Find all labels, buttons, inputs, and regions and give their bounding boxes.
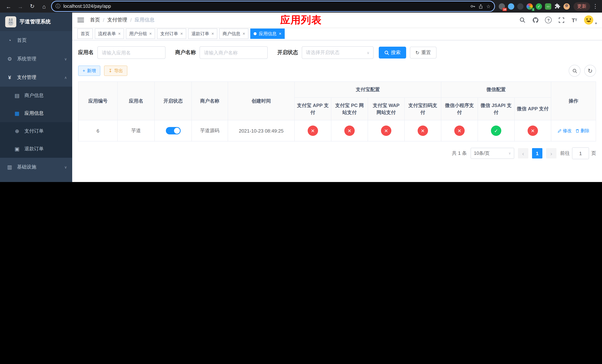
extension-chat-icon[interactable]: ▭	[545, 3, 551, 10]
col-created: 创建时间	[228, 82, 294, 120]
home-icon[interactable]: ⌂	[39, 1, 49, 11]
tab-close-icon[interactable]: ×	[243, 31, 245, 36]
tab-app-info[interactable]: 应用信息×	[250, 29, 285, 39]
tab-close-icon[interactable]: ×	[211, 31, 214, 36]
yen-icon: ¥	[7, 75, 13, 80]
tab-merchant-info[interactable]: 商户信息×	[219, 29, 248, 39]
merchant-name-input[interactable]	[200, 46, 268, 59]
merchant-name-label: 商户名称	[175, 49, 196, 56]
page-size-select[interactable]: 10条/页 ∨	[471, 148, 514, 159]
bookmark-star-icon[interactable]: ☆	[486, 3, 491, 9]
col-group-wechat: 微信配置	[441, 82, 551, 97]
sidebar-item-home[interactable]: ◔ 首页	[0, 31, 72, 50]
alipay-app-status-icon: ✕	[308, 126, 318, 136]
tab-process-form[interactable]: 流程表单×	[95, 29, 124, 39]
extension-color-icon[interactable]: 1	[527, 3, 533, 10]
help-icon[interactable]: ?	[545, 16, 552, 24]
font-size-icon[interactable]: TT	[571, 16, 578, 24]
url-bar[interactable]: ⓘ localhost:1024/pay/app ☆	[51, 1, 495, 12]
avatar-emoji-icon	[584, 15, 594, 25]
app-title: 芋道管理系统	[20, 19, 51, 25]
breadcrumb-home[interactable]: 首页	[90, 17, 100, 23]
export-button[interactable]: ↧ 导出	[104, 65, 127, 76]
tab-user-group[interactable]: 用户分组×	[126, 29, 155, 39]
next-page-button[interactable]: ›	[546, 148, 557, 159]
refresh-table-button[interactable]: ↻	[584, 65, 596, 77]
search-icon[interactable]	[519, 16, 526, 24]
tab-home[interactable]: 首页	[77, 29, 93, 39]
reload-icon[interactable]: ↻	[27, 1, 37, 11]
github-icon[interactable]	[532, 16, 539, 24]
extension-check-icon[interactable]: ✓	[536, 3, 542, 10]
credit-card-icon: ▤	[14, 93, 20, 98]
search-button[interactable]: 搜索	[379, 47, 406, 58]
chevron-down-icon: ∨	[367, 51, 369, 55]
tab-close-icon[interactable]: ×	[279, 31, 281, 36]
edit-link[interactable]: 修改	[558, 128, 572, 134]
forward-icon[interactable]: →	[16, 1, 25, 11]
back-icon[interactable]: ←	[4, 1, 13, 11]
tab-pay-order[interactable]: 支付订单×	[157, 29, 186, 39]
kebab-menu-icon[interactable]: ⋮	[592, 1, 598, 11]
payment-submenu: ▤ 商户信息 ▦ 应用信息 ⊕ 支付订单 ▣ 退款订单	[0, 87, 72, 158]
profile-avatar-icon[interactable]	[563, 3, 570, 10]
extensions-puzzle-icon[interactable]	[554, 3, 560, 10]
sidebar-item-merchant-info[interactable]: ▤ 商户信息	[0, 87, 72, 104]
sidebar: 芋道管理系统 ◔ 首页 ⚙ 系统管理 ∨ ¥ 支付管理 ∧ ▤ 商户信息	[0, 13, 72, 182]
app-name-input[interactable]	[97, 46, 165, 59]
user-avatar[interactable]: ▾	[584, 15, 597, 25]
col-app-name: 应用名	[118, 82, 155, 120]
sidebar-item-refund-order[interactable]: ▣ 退款订单	[0, 140, 72, 158]
sidebar-item-app-info[interactable]: ▦ 应用信息	[0, 104, 72, 122]
page-1-button[interactable]: 1	[532, 148, 542, 159]
sidebar-item-pay-order[interactable]: ⊕ 支付订单	[0, 122, 72, 140]
browser-chrome: ← → ↻ ⌂ ⓘ localhost:1024/pay/app ☆ 10 1	[0, 0, 602, 13]
share-icon[interactable]	[479, 4, 483, 9]
alipay-wap-status-icon: ✕	[381, 126, 391, 136]
col-wechat-jsapi: 微信 JSAPI 支付	[478, 97, 515, 120]
update-button[interactable]: 更新	[573, 2, 590, 11]
prev-page-button[interactable]: ‹	[518, 148, 528, 159]
toggle-search-button[interactable]	[569, 65, 580, 77]
password-key-icon[interactable]	[470, 4, 475, 9]
cell-merchant: 芋道源码	[192, 120, 228, 141]
enabled-toggle[interactable]	[166, 127, 181, 134]
breadcrumb-payment[interactable]: 支付管理	[107, 17, 127, 23]
reset-button[interactable]: ↻ 重置	[410, 47, 437, 58]
extension-grid-icon[interactable]: 10	[499, 3, 505, 10]
tab-refund-order[interactable]: 退款订单×	[188, 29, 217, 39]
goto-page-input[interactable]	[572, 147, 589, 159]
chevron-down-icon: ∨	[64, 57, 67, 61]
page-unit-label: 页	[591, 150, 596, 157]
sidebar-item-system[interactable]: ⚙ 系统管理 ∨	[0, 50, 72, 68]
sidebar-logo[interactable]: 芋道管理系统	[0, 13, 72, 31]
chevron-down-icon: ∨	[508, 151, 511, 155]
extension-dark-icon[interactable]	[517, 3, 524, 10]
add-button[interactable]: + 新增	[78, 65, 100, 76]
site-info-icon[interactable]: ⓘ	[55, 3, 60, 10]
total-count: 共 1 条	[452, 150, 467, 157]
col-merchant: 商户名称	[192, 82, 228, 120]
fullscreen-icon[interactable]	[558, 16, 565, 24]
sidebar-item-infra[interactable]: ▥ 基础设施 ∨	[0, 158, 72, 176]
cell-app-id: 6	[78, 120, 118, 141]
wechat-jsapi-status-icon: ✓	[491, 126, 501, 136]
caret-down-icon: ▾	[595, 21, 597, 25]
tab-close-icon[interactable]: ×	[180, 31, 183, 36]
goto-label: 前往	[560, 150, 570, 157]
alipay-pc-status-icon: ✕	[344, 126, 355, 136]
alipay-qr-status-icon: ✕	[418, 126, 428, 136]
delete-link[interactable]: 删除	[575, 128, 589, 134]
sidebar-collapse-icon[interactable]	[77, 18, 84, 22]
sidebar-item-payment[interactable]: ¥ 支付管理 ∧	[0, 68, 72, 87]
wechat-mini-status-icon: ✕	[454, 126, 465, 136]
status-select[interactable]: 请选择开启状态 ∨	[302, 46, 374, 59]
order-icon: ⊕	[14, 128, 20, 134]
active-dot-icon	[254, 32, 257, 35]
col-group-alipay: 支付宝配置	[294, 82, 441, 97]
tab-close-icon[interactable]: ×	[149, 31, 152, 36]
extension-drop-icon[interactable]	[508, 3, 514, 10]
app-table: 应用编号 应用名 开启状态 商户名称 创建时间 支付宝配置 微信配置 操作 支付…	[78, 81, 596, 141]
tab-close-icon[interactable]: ×	[118, 31, 121, 36]
sidebar-item-dev-tools[interactable]: ⚒ 研发工具 ∨	[0, 176, 72, 182]
